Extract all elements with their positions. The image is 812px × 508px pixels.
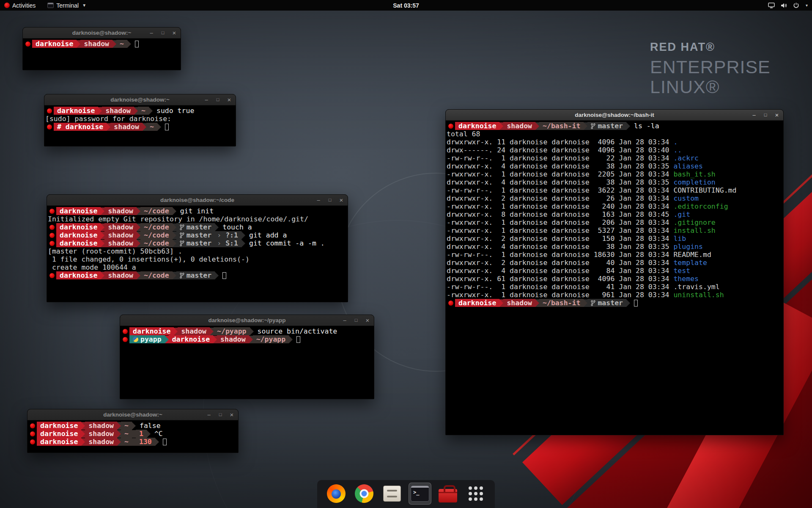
terminal-line: [master (root-commit) 50bcb63] . — [48, 247, 348, 255]
minimize-button[interactable]: – — [206, 412, 212, 417]
terminal-line: -rwxrwxr-x. 1 darknoise darknoise 961 Ja… — [447, 291, 783, 299]
window-buttons: –□× — [315, 195, 344, 205]
command-text: git add a — [249, 231, 287, 239]
grid-dot — [480, 486, 483, 490]
dock-item-app-grid[interactable] — [464, 483, 487, 505]
window-titlebar[interactable]: darknoise@shadow:~/pyapp–□× — [120, 315, 374, 326]
close-button[interactable]: × — [171, 30, 177, 36]
dock-item-terminal[interactable]: >_ — [409, 483, 431, 505]
terminal-line: darknoiseshadow~130 — [28, 438, 238, 446]
powerline-arrow-icon — [112, 40, 116, 48]
terminal-window[interactable]: darknoise@shadow:~/code–□×darknoiseshado… — [47, 194, 348, 302]
system-tray[interactable]: ▾ — [768, 0, 808, 11]
prompt-segment-user: darknoise — [169, 335, 213, 343]
redhat-prompt-icon — [48, 233, 56, 238]
dock-item-toolbox[interactable] — [436, 483, 459, 505]
prompt-segment-path: ~/code — [140, 231, 173, 239]
terminal-app-icon — [47, 3, 54, 8]
prompt-segment-user: darknoise — [455, 122, 499, 130]
file-name: .travis.yml — [673, 283, 719, 291]
terminal-output: [sudo] password for darknoise: — [45, 115, 171, 123]
terminal-line: darknoiseshadow~1^C — [28, 430, 238, 438]
window-titlebar[interactable]: darknoise@shadow:~–□× — [27, 409, 238, 420]
terminal-line: drwxrwxr-x. 2 darknoise darknoise 26 Jan… — [447, 194, 783, 202]
ls-row-fields: drwxrwxr-x. 4 darknoise darknoise 38 Jan… — [447, 162, 673, 170]
file-name: template — [673, 259, 707, 267]
minimize-button[interactable]: – — [751, 112, 757, 118]
chevron-down-icon: ▾ — [806, 3, 808, 8]
minimize-button[interactable]: – — [203, 97, 209, 102]
window-buttons: –□× — [342, 315, 370, 326]
command-text: touch a — [222, 223, 252, 231]
terminal-content[interactable]: darknoiseshadow~/bash-itmasterls -latota… — [446, 121, 783, 435]
command-text: false — [140, 422, 161, 430]
terminal-content[interactable]: darknoiseshadow~falsedarknoiseshadow~1^C… — [27, 421, 238, 453]
terminal-cursor — [296, 336, 300, 343]
terminal-line: drwxrwxr-x. 11 darknoise darknoise 4096 … — [447, 138, 783, 146]
powerline-arrow-icon — [101, 272, 104, 279]
maximize-button[interactable]: □ — [215, 97, 221, 102]
terminal-content[interactable]: darknoiseshadow~/pyappsource bin/activat… — [120, 326, 374, 399]
prompt-segment-user: darknoise — [129, 327, 174, 335]
maximize-button[interactable]: □ — [160, 30, 166, 35]
prompt-segment-path: ~/pyapp — [253, 335, 289, 343]
terminal-line: -rw-rw-r--. 1 darknoise darknoise 22 Jan… — [447, 154, 783, 162]
terminal-content[interactable]: darknoiseshadow~/codegit initInitialized… — [47, 206, 348, 302]
window-titlebar[interactable]: darknoise@shadow:~–□× — [23, 28, 181, 39]
prompt-segment-user: darknoise — [56, 207, 101, 215]
powerline-arrow-icon — [81, 430, 85, 438]
file-name: lib — [673, 235, 686, 243]
powerline-arrow-icon — [137, 224, 140, 231]
maximize-button[interactable]: □ — [763, 113, 768, 117]
close-button[interactable]: × — [229, 411, 235, 418]
redhat-prompt-icon — [121, 337, 129, 342]
minimize-button[interactable]: – — [342, 318, 348, 323]
toolbox-icon — [439, 489, 457, 502]
minimize-button[interactable]: – — [148, 30, 154, 36]
git-branch-icon — [591, 123, 595, 129]
powerline-arrow-icon — [174, 328, 178, 335]
window-titlebar[interactable]: darknoise@shadow:~–□× — [44, 94, 236, 105]
dock-item-chrome[interactable] — [353, 483, 376, 505]
window-titlebar[interactable]: darknoise@shadow:~/bash-it–□× — [446, 110, 783, 121]
minimize-button[interactable]: – — [315, 197, 321, 203]
maximize-button[interactable]: □ — [217, 412, 223, 417]
ls-row-fields: -rwxrwxr-x. 1 darknoise darknoise 2205 J… — [447, 170, 673, 178]
terminal-window[interactable]: darknoise@shadow:~/bash-it–□×darknoisesh… — [445, 109, 784, 435]
close-button[interactable]: × — [226, 97, 232, 103]
terminal-window[interactable]: darknoise@shadow:~–□×darknoiseshadow~ — [22, 27, 181, 70]
terminal-line: pyappdarknoiseshadow~/pyapp — [121, 335, 374, 343]
dock-item-firefox[interactable] — [325, 483, 348, 505]
ls-row-fields: drwxrwxr-x. 2 darknoise darknoise 26 Jan… — [447, 194, 673, 202]
powerline-arrow-icon — [584, 122, 587, 130]
redhat-prompt-icon — [45, 108, 54, 113]
terminal-window[interactable]: darknoise@shadow:~–□×darknoiseshadow~sud… — [44, 94, 236, 146]
window-titlebar[interactable]: darknoise@shadow:~/code–□× — [47, 195, 348, 206]
app-menu-button[interactable]: Terminal ▼ — [43, 0, 91, 11]
activities-button[interactable]: Activities — [0, 0, 40, 11]
close-button[interactable]: × — [338, 197, 344, 203]
powerline-arrow-icon — [215, 224, 219, 231]
terminal-content[interactable]: darknoiseshadow~sudo true[sudo] password… — [44, 106, 236, 146]
prompt-segment-host: shadow — [104, 239, 137, 247]
terminal-content[interactable]: darknoiseshadow~ — [23, 39, 181, 70]
terminal-line: darknoiseshadow~/codemaster›S:1git commi… — [48, 239, 348, 247]
prompt-segment-git: ›?:1 — [215, 231, 241, 239]
clock[interactable]: Sat 03:57 — [393, 2, 419, 9]
window-title: darknoise@shadow:~/code — [160, 197, 234, 203]
maximize-button[interactable]: □ — [353, 318, 359, 323]
terminal-icon: >_ — [411, 486, 429, 502]
powerline-arrow-icon — [215, 272, 219, 279]
prompt-segment-git: ›S:1 — [215, 239, 241, 247]
powerline-arrow-icon — [101, 224, 104, 231]
close-button[interactable]: × — [365, 317, 370, 323]
terminal-cursor — [163, 439, 167, 445]
terminal-window[interactable]: darknoise@shadow:~/pyapp–□×darknoiseshad… — [120, 315, 374, 399]
dock-item-files[interactable] — [381, 483, 403, 505]
close-button[interactable]: × — [774, 112, 780, 118]
powerline-arrow-icon — [101, 232, 104, 239]
terminal-window[interactable]: darknoise@shadow:~–□×darknoiseshadow~fal… — [27, 409, 239, 453]
terminal-line: -rwxrwxr-x. 1 darknoise darknoise 206 Ja… — [447, 218, 783, 226]
maximize-button[interactable]: □ — [327, 198, 333, 202]
prompt-segment-host: shadow — [104, 223, 137, 231]
